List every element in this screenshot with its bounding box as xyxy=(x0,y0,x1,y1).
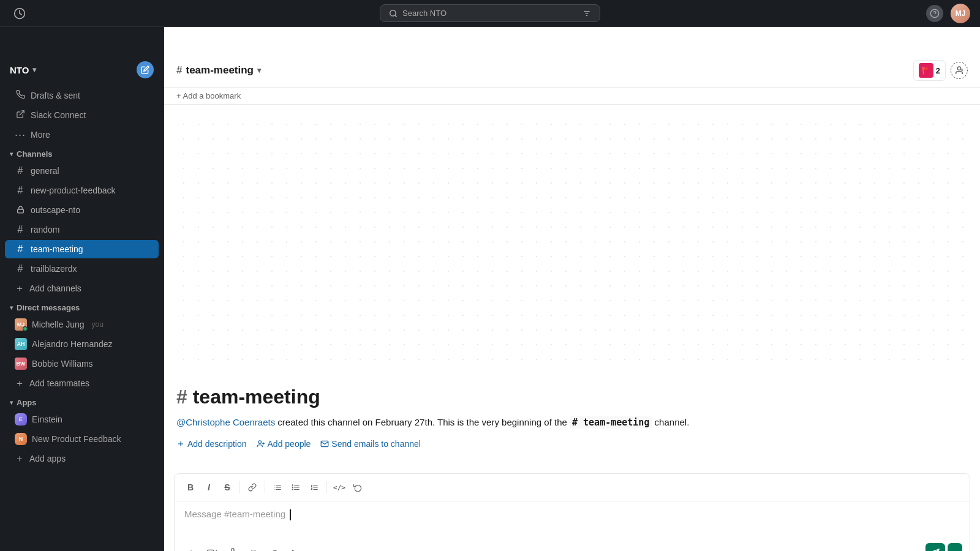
svg-line-8 xyxy=(20,111,24,115)
channel-hash: # xyxy=(176,64,182,77)
sidebar-dm-michelle[interactable]: MJ Michelle Jung you xyxy=(5,315,159,334)
audio-button[interactable] xyxy=(224,544,242,551)
send-button[interactable] xyxy=(925,543,945,551)
sidebar-app-einstein[interactable]: E Einstein xyxy=(5,410,159,429)
intro-hash: # xyxy=(176,386,193,408)
sidebar-dm-bobbie[interactable]: BW Bobbie Williams xyxy=(5,354,159,373)
dm-section-header[interactable]: ▾ Direct messages xyxy=(0,298,164,315)
sidebar: NTO ▾ Drafts & sent Slack Connect xyxy=(0,27,164,551)
empty-area xyxy=(176,117,968,373)
sidebar-channel-team-meeting[interactable]: # team-meeting xyxy=(5,240,159,258)
svg-point-15 xyxy=(258,441,261,444)
add-apps-icon: ＋ xyxy=(15,452,24,465)
channel-dropdown-chevron: ▾ xyxy=(257,66,261,75)
add-description-link[interactable]: Add description xyxy=(176,439,247,449)
bold-button[interactable]: B xyxy=(182,479,199,496)
message-input-area: B I S </> xyxy=(174,473,970,551)
channel-name: general xyxy=(31,166,59,176)
svg-rect-9 xyxy=(17,209,23,212)
add-people-link[interactable]: Add people xyxy=(257,439,311,449)
add-channels-item[interactable]: ＋ Add channels xyxy=(5,279,159,298)
sidebar-channel-new-product-feedback[interactable]: # new-product-feedback xyxy=(5,181,159,200)
search-placeholder: Search NTO xyxy=(402,9,447,18)
hash-icon: # xyxy=(15,165,26,176)
toolbar-separator-3 xyxy=(326,481,327,493)
sidebar-channel-trailblazerdx[interactable]: # trailblazerdx xyxy=(5,260,159,278)
add-apps-item[interactable]: ＋ Add apps xyxy=(5,449,159,468)
workspace-name: NTO ▾ xyxy=(10,65,36,75)
sidebar-channel-outscape-nto[interactable]: outscape-nto xyxy=(5,201,159,219)
numbered-list-button[interactable] xyxy=(306,479,323,496)
slack-connect-icon xyxy=(15,110,26,121)
user-avatar-top[interactable]: MJ xyxy=(951,4,970,23)
add-teammates-icon: ＋ xyxy=(15,377,24,390)
channel-intro: # team-meeting @Christophe Coenraets cre… xyxy=(176,373,968,462)
sidebar-app-new-product-feedback[interactable]: N New Product Feedback xyxy=(5,430,159,448)
members-button[interactable]: 🚩 2 xyxy=(913,60,946,81)
svg-point-27 xyxy=(292,485,293,485)
mention-button[interactable]: @ xyxy=(265,544,284,551)
new-product-feedback-icon: N xyxy=(15,433,27,445)
channel-actions-row: Add description Add people Send emails t… xyxy=(176,439,968,449)
search-box[interactable]: Search NTO xyxy=(380,4,600,22)
format-button[interactable]: Aa xyxy=(286,544,304,551)
dm-name: Alejandro Hernandez xyxy=(32,339,113,349)
link-button[interactable] xyxy=(244,479,261,496)
creator-link[interactable]: @Christophe Coenraets xyxy=(176,417,275,427)
channels-section-header[interactable]: ▾ Channels xyxy=(0,144,164,161)
sidebar-dm-alejandro[interactable]: AH Alejandro Hernandez xyxy=(5,335,159,353)
sidebar-channel-random[interactable]: # random xyxy=(5,220,159,239)
channel-title[interactable]: # team-meeting ▾ xyxy=(176,64,261,77)
send-dropdown-button[interactable]: ▾ xyxy=(948,543,962,551)
unordered-list-button[interactable] xyxy=(287,479,304,496)
top-bar-left xyxy=(10,4,157,23)
add-member-button[interactable] xyxy=(951,62,968,79)
workspace-dropdown-icon: ▾ xyxy=(32,66,36,74)
svg-point-29 xyxy=(292,489,293,490)
message-toolbar: B I S </> xyxy=(175,474,970,501)
history-button[interactable] xyxy=(10,4,29,23)
channel-name: team-meeting xyxy=(31,244,83,254)
add-teammates-label: Add teammates xyxy=(29,378,89,388)
workspace-header[interactable]: NTO ▾ xyxy=(0,54,164,86)
add-apps-label: Add apps xyxy=(29,454,66,463)
top-bar: Search NTO MJ xyxy=(0,0,980,27)
channel-name: random xyxy=(31,225,59,234)
message-text-area[interactable]: Message #team-meeting xyxy=(175,501,970,538)
sidebar-item-drafts[interactable]: Drafts & sent xyxy=(5,86,159,105)
message-bottom-actions: ＋ ☺ @ Aa xyxy=(182,544,304,551)
svg-point-10 xyxy=(957,67,960,70)
message-bottom-bar: ＋ ☺ @ Aa ▾ xyxy=(175,538,970,551)
revert-button[interactable] xyxy=(349,479,366,496)
members-count: 2 xyxy=(936,66,940,75)
online-status xyxy=(23,326,28,331)
sidebar-item-more[interactable]: ··· More xyxy=(5,126,159,144)
video-button[interactable] xyxy=(203,544,221,551)
ordered-list-button[interactable] xyxy=(269,479,286,496)
add-bookmark-button[interactable]: + Add a bookmark xyxy=(176,91,241,100)
send-area: ▾ xyxy=(925,543,962,551)
attach-button[interactable]: ＋ xyxy=(182,544,200,551)
bookmark-bar: + Add a bookmark xyxy=(164,88,980,105)
italic-button[interactable]: I xyxy=(200,479,217,496)
channel-body: # team-meeting @Christophe Coenraets cre… xyxy=(164,105,980,473)
sidebar-item-slack-connect[interactable]: Slack Connect xyxy=(5,106,159,124)
code-button[interactable]: </> xyxy=(331,479,348,496)
drafts-icon xyxy=(15,90,26,101)
add-teammates-item[interactable]: ＋ Add teammates xyxy=(5,374,159,392)
emoji-button[interactable]: ☺ xyxy=(244,544,263,551)
send-emails-link[interactable]: Send emails to channel xyxy=(320,439,421,449)
svg-point-28 xyxy=(292,487,293,487)
lock-icon xyxy=(15,205,26,216)
einstein-icon: E xyxy=(15,413,27,425)
compose-button[interactable] xyxy=(137,61,154,78)
hash-icon: # xyxy=(15,185,26,196)
main-content: # team-meeting ▾ 🚩 2 xyxy=(164,27,980,551)
strikethrough-button[interactable]: S xyxy=(219,479,236,496)
apps-section-header[interactable]: ▾ Apps xyxy=(0,393,164,410)
sidebar-channel-general[interactable]: # general xyxy=(5,162,159,180)
toolbar-separator-1 xyxy=(239,481,240,493)
flag-icon: 🚩 xyxy=(919,63,933,78)
help-button[interactable] xyxy=(926,5,943,22)
channel-name-title: team-meeting xyxy=(186,64,254,77)
